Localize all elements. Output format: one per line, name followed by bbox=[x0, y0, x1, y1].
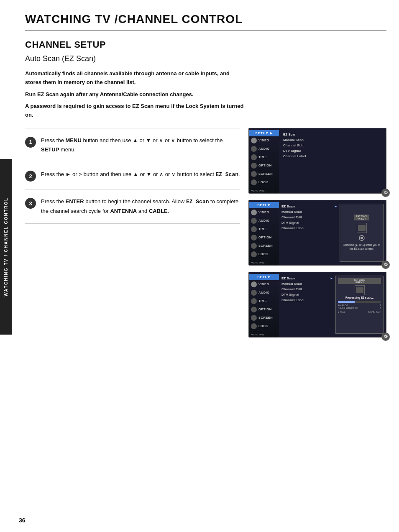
page-number: 36 bbox=[19, 517, 26, 524]
right-item-ezscan-1: EZ Scan bbox=[283, 132, 382, 137]
menu-item-option-1: OPTION bbox=[249, 161, 279, 170]
right-item-channellabel-2: Channel Label bbox=[281, 225, 338, 231]
menu-item-lock-2: LOCK bbox=[249, 250, 279, 258]
processing-title-3: Processing EZ scan... bbox=[338, 296, 381, 299]
side-tab: WATCHING TV / CHANNEL CONTROL bbox=[0, 159, 12, 335]
right-item-channellabel-3: Channel Label bbox=[281, 297, 333, 303]
lock-icon-3 bbox=[251, 323, 257, 329]
lock-icon-1 bbox=[251, 179, 257, 185]
steps-column: 1 Press the MENU button and then use ▲ o… bbox=[25, 128, 240, 340]
menu-header-3: SETUP bbox=[249, 274, 279, 280]
description-para1: Automatically finds all channels availab… bbox=[25, 69, 247, 87]
subsection-title: Auto Scan (EZ Scan) bbox=[25, 54, 386, 63]
step-2-text: Press the ► or > button and then use ▲ o… bbox=[41, 170, 240, 179]
menu-item-time-3: TIME bbox=[249, 297, 279, 305]
screenshot-2: SETUP VIDEO AUDIO TIME bbox=[248, 200, 386, 266]
description-para3: A password is required to gain access to… bbox=[25, 102, 247, 120]
menu-item-video-1: VIDEO bbox=[249, 136, 279, 145]
option-icon-2 bbox=[251, 235, 257, 240]
screenshots-column: SETUP ▶ VIDEO AUDIO TIME bbox=[248, 128, 386, 340]
menu-item-lock-3: LOCK bbox=[249, 322, 279, 330]
time-icon-3 bbox=[251, 298, 257, 304]
screenshot-1-badge: ① bbox=[381, 189, 390, 197]
next-label-3: ● Next bbox=[338, 311, 345, 313]
lock-icon-2 bbox=[251, 251, 257, 257]
screenshot-3: SETUP VIDEO AUDIO TIME bbox=[248, 272, 386, 338]
right-item-ezscan-3: EZ Scan bbox=[281, 276, 295, 280]
audio-icon-1 bbox=[251, 146, 257, 152]
step-3-text: Press the ENTER button to begin the chan… bbox=[41, 197, 240, 216]
menu-left-3: SETUP VIDEO AUDIO TIME bbox=[249, 272, 279, 337]
processing-panel-3: ENT CNCL/ PREV T Processing EZ scan... bbox=[335, 276, 384, 334]
menu-item-time-2: TIME bbox=[249, 225, 279, 233]
option-icon-3 bbox=[251, 307, 257, 312]
screenshot-2-badge: ② bbox=[381, 261, 390, 269]
tv-icon-box-3 bbox=[355, 285, 365, 295]
screenshot-2-wrapper: SETUP VIDEO AUDIO TIME bbox=[248, 200, 386, 266]
menu-item-option-2: OPTION bbox=[249, 233, 279, 242]
audio-icon-3 bbox=[251, 290, 257, 296]
menu-right-2: EZ Scan ► Manual Scan Channel Edit DTV S… bbox=[281, 204, 338, 262]
video-icon-3 bbox=[251, 281, 257, 287]
menu-item-audio-1: AUDIO bbox=[249, 145, 279, 153]
right-item-ezscan-2: EZ Scan bbox=[281, 205, 295, 208]
menu-header-2: SETUP bbox=[249, 202, 279, 208]
right-item-dtvsignal-3: DTV Signal bbox=[281, 292, 333, 297]
entry-cancel-2: ENT CNCL/ PREV T bbox=[354, 215, 369, 220]
screen-icon-2 bbox=[251, 243, 257, 249]
screen-icon-3 bbox=[251, 315, 257, 321]
found-value-3: 4 bbox=[380, 307, 381, 309]
step-3-number: 3 bbox=[25, 198, 36, 209]
menu-item-video-3: VIDEO bbox=[249, 280, 279, 289]
tv-icon-box-2 bbox=[357, 223, 367, 233]
step-3: 3 Press the ENTER button to begin the ch… bbox=[25, 189, 240, 224]
option-icon-1 bbox=[251, 163, 257, 169]
page-title: WATCHING TV /CHANNEL CONTROL bbox=[25, 13, 386, 31]
menu-item-screen-1: SCREEN bbox=[249, 170, 279, 178]
screenshot-3-badge: ③ bbox=[381, 332, 390, 341]
circle-icon-2 bbox=[359, 235, 365, 241]
detail-panel-2: ENT CNCL/ PREV T bbox=[340, 204, 384, 262]
menu-item-audio-2: AUDIO bbox=[249, 217, 279, 225]
screenshot-3-wrapper: SETUP VIDEO AUDIO TIME bbox=[248, 272, 386, 338]
right-item-channeledit-2: Channel Edit bbox=[281, 215, 338, 220]
progress-bar-3 bbox=[338, 301, 381, 303]
content-layout: 1 Press the MENU button and then use ▲ o… bbox=[25, 128, 386, 340]
step-1: 1 Press the MENU button and then use ▲ o… bbox=[25, 128, 240, 162]
scan-nav-3: ● Next MENU Prev. bbox=[338, 311, 381, 313]
main-content: WATCHING TV /CHANNEL CONTROL CHANNEL SET… bbox=[17, 0, 399, 352]
menu-item-lock-1: LOCK bbox=[249, 178, 279, 187]
channel-icon-2 bbox=[358, 225, 366, 231]
right-item-dtvsignal-2: DTV Signal bbox=[281, 220, 338, 225]
menu-item-option-3: OPTION bbox=[249, 305, 279, 314]
entry-cancel-3: ENT CNCL/ PREV T bbox=[338, 278, 381, 284]
step-1-text: Press the MENU button and then use ▲ or … bbox=[41, 136, 240, 154]
menu-item-screen-2: SCREEN bbox=[249, 242, 279, 250]
step-1-number: 1 bbox=[25, 137, 36, 148]
step-2: 2 Press the ► or > button and then use ▲… bbox=[25, 162, 240, 189]
menu-item-audio-3: AUDIO bbox=[249, 289, 279, 297]
screen-icon-1 bbox=[251, 171, 257, 177]
right-item-manualscan-3: Manual Scan bbox=[281, 281, 333, 286]
svg-point-1 bbox=[361, 237, 363, 239]
ezscan-arrow-3: ► bbox=[330, 276, 333, 280]
description-para2: Run EZ Scan again after any Antenna/Cabl… bbox=[25, 90, 247, 99]
side-tab-text: WATCHING TV / CHANNEL CONTROL bbox=[4, 197, 8, 297]
menu-left-1: SETUP ▶ VIDEO AUDIO TIME bbox=[249, 128, 279, 193]
right-item-channeledit-1: Channel Edit bbox=[283, 143, 382, 148]
progress-fill-3 bbox=[338, 301, 355, 303]
right-item-channellabel-1: Channel Label bbox=[283, 153, 382, 159]
menu-prev-3: MENU Prev . bbox=[251, 333, 266, 336]
menu-item-time-1: TIME bbox=[249, 153, 279, 161]
menu-header-1: SETUP ▶ bbox=[249, 130, 279, 136]
scan-result-3: ANALOG 9 Found Channel(s) 4 bbox=[338, 304, 381, 309]
right-item-dtvsignal-1: DTV Signal bbox=[283, 148, 382, 153]
found-label-3: Found Channel(s) bbox=[338, 307, 358, 309]
right-item-manualscan-1: Manual Scan bbox=[283, 137, 382, 143]
section-title: CHANNEL SETUP bbox=[25, 39, 386, 50]
time-icon-1 bbox=[251, 154, 257, 160]
menu-prev-1: MENU Prev . bbox=[251, 189, 266, 192]
menu-right-3: EZ Scan ► Manual Scan Channel Edit DTV S… bbox=[281, 276, 333, 334]
menu-item-screen-3: SCREEN bbox=[249, 314, 279, 322]
prev-label-3: MENU Prev. bbox=[368, 311, 381, 313]
